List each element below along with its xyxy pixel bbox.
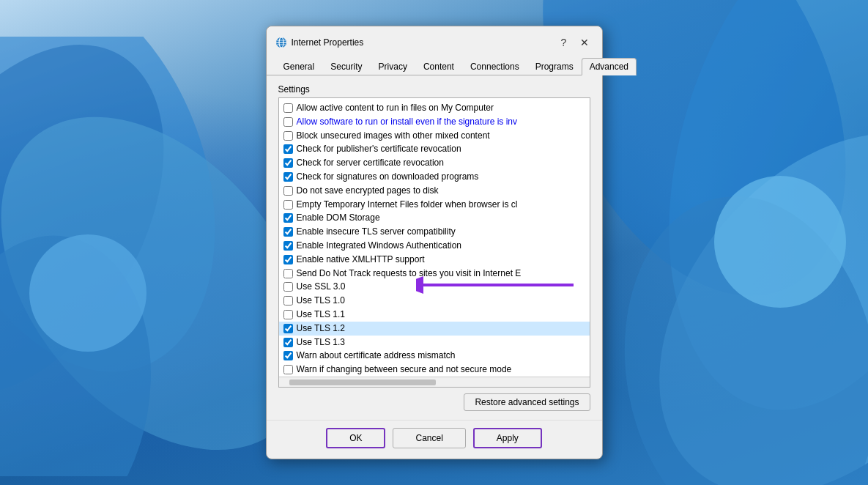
ok-button[interactable]: OK: [326, 428, 385, 448]
settings-group-label: Settings: [278, 84, 590, 95]
setting-item-warn-switching: Warn if changing between secure and not …: [279, 363, 590, 377]
checkbox-check-server[interactable]: [283, 158, 293, 168]
checkbox-use-tls11[interactable]: [283, 310, 293, 319]
restore-advanced-settings-button[interactable]: Restore advanced settings: [464, 393, 590, 411]
setting-text-send-dnt: Send Do Not Track requests to sites you …: [297, 267, 522, 280]
setting-text-enable-insecure-tls: Enable insecure TLS server compatibility: [297, 226, 456, 238]
setting-item-check-publisher: Check for publisher's certificate revoca…: [279, 142, 590, 156]
dialog-title: Internet Properties: [292, 37, 364, 48]
setting-item-use-tls13: Use TLS 1.3: [279, 336, 590, 349]
tab-general[interactable]: General: [275, 58, 323, 75]
setting-text-enable-dom: Enable DOM Storage: [297, 212, 380, 224]
setting-item-use-tls11: Use TLS 1.1: [279, 308, 590, 322]
checkbox-send-dnt[interactable]: [283, 269, 293, 278]
checkbox-block-unsecured[interactable]: [283, 131, 293, 141]
tab-programs[interactable]: Programs: [527, 58, 582, 75]
title-bar: Internet Properties ? ✕: [267, 26, 602, 51]
setting-item-use-tls12: Use TLS 1.2: [279, 322, 590, 336]
help-button[interactable]: ?: [555, 34, 573, 51]
checkbox-enable-dom[interactable]: [283, 213, 293, 223]
setting-text-use-tls12: Use TLS 1.2: [297, 322, 345, 335]
setting-item-warn-cert: Warn about certificate address mismatch: [279, 349, 590, 363]
setting-item-active-content: Allow active content to run in files on …: [279, 101, 590, 115]
apply-button[interactable]: Apply: [473, 428, 542, 448]
setting-text-use-tls1: Use TLS 1.0: [297, 295, 345, 307]
checkbox-use-tls1[interactable]: [283, 296, 293, 306]
dialog-content: Settings Allow active content to run in …: [267, 75, 602, 420]
setting-text-software-run: Allow software to run or install even if…: [297, 116, 517, 128]
checkbox-do-not-save[interactable]: [283, 186, 293, 196]
setting-item-send-dnt: Send Do Not Track requests to sites you …: [279, 267, 590, 281]
setting-text-use-ssl3: Use SSL 3.0: [297, 281, 346, 293]
setting-item-block-unsecured: Block unsecured images with other mixed …: [279, 129, 590, 143]
checkbox-active-content[interactable]: [283, 103, 293, 113]
checkbox-check-signatures[interactable]: [283, 172, 293, 182]
setting-text-check-publisher: Check for publisher's certificate revoca…: [297, 143, 461, 155]
tabs-container: General Security Privacy Content Connect…: [267, 51, 602, 75]
checkbox-enable-integrated[interactable]: [283, 241, 293, 251]
setting-text-active-content: Allow active content to run in files on …: [297, 102, 494, 114]
setting-text-use-tls11: Use TLS 1.1: [297, 308, 345, 321]
restore-area: Restore advanced settings: [278, 393, 590, 411]
tab-security[interactable]: Security: [322, 58, 370, 75]
setting-text-enable-integrated: Enable Integrated Windows Authentication: [297, 240, 461, 252]
setting-item-check-signatures: Check for signatures on downloaded progr…: [279, 170, 590, 184]
setting-text-check-signatures: Check for signatures on downloaded progr…: [297, 171, 479, 183]
settings-group: Allow active content to run in files on …: [278, 97, 590, 388]
setting-item-do-not-save: Do not save encrypted pages to disk: [279, 184, 590, 198]
title-bar-controls: ? ✕: [555, 34, 593, 51]
cancel-button[interactable]: Cancel: [393, 428, 465, 448]
checkbox-warn-switching[interactable]: [283, 365, 293, 374]
setting-item-enable-integrated: Enable Integrated Windows Authentication: [279, 239, 590, 253]
setting-text-enable-native: Enable native XMLHTTP support: [297, 253, 425, 266]
checkbox-use-tls12[interactable]: [283, 324, 293, 333]
setting-text-warn-cert: Warn about certificate address mismatch: [297, 349, 456, 362]
tab-connections[interactable]: Connections: [462, 58, 527, 75]
tab-privacy[interactable]: Privacy: [371, 58, 415, 75]
setting-text-block-unsecured: Block unsecured images with other mixed …: [297, 130, 490, 142]
setting-text-empty-temp: Empty Temporary Internet Files folder wh…: [297, 199, 518, 211]
tab-advanced[interactable]: Advanced: [582, 58, 637, 75]
horizontal-scrollbar[interactable]: [279, 377, 590, 387]
settings-list[interactable]: Allow active content to run in files on …: [279, 98, 590, 377]
setting-text-check-server: Check for server certificate revocation: [297, 157, 444, 169]
checkbox-software-run[interactable]: [283, 117, 293, 127]
setting-item-enable-dom: Enable DOM Storage: [279, 211, 590, 225]
tab-content[interactable]: Content: [415, 58, 462, 75]
internet-properties-dialog: Internet Properties ? ✕ General Security…: [266, 26, 603, 459]
close-button[interactable]: ✕: [576, 34, 593, 51]
setting-item-use-ssl3: Use SSL 3.0: [279, 280, 590, 294]
app-icon: [275, 37, 287, 48]
setting-item-software-run: Allow software to run or install even if…: [279, 115, 590, 129]
title-bar-left: Internet Properties: [275, 37, 364, 48]
setting-text-use-tls13: Use TLS 1.3: [297, 336, 345, 349]
checkbox-check-publisher[interactable]: [283, 144, 293, 154]
checkbox-enable-native[interactable]: [283, 255, 293, 264]
dialog-overlay: Internet Properties ? ✕ General Security…: [0, 0, 868, 485]
setting-item-enable-native: Enable native XMLHTTP support: [279, 253, 590, 267]
setting-item-use-tls1: Use TLS 1.0: [279, 294, 590, 308]
dialog-footer: OK Cancel Apply: [267, 420, 602, 459]
setting-text-do-not-save: Do not save encrypted pages to disk: [297, 185, 439, 197]
setting-item-enable-insecure-tls: Enable insecure TLS server compatibility: [279, 225, 590, 239]
setting-item-check-server: Check for server certificate revocation: [279, 156, 590, 170]
checkbox-empty-temp[interactable]: [283, 200, 293, 210]
checkbox-enable-insecure-tls[interactable]: [283, 227, 293, 237]
setting-item-empty-temp: Empty Temporary Internet Files folder wh…: [279, 198, 590, 212]
checkbox-use-ssl3[interactable]: [283, 282, 293, 292]
checkbox-warn-cert[interactable]: [283, 351, 293, 360]
setting-text-warn-switching: Warn if changing between secure and not …: [297, 363, 512, 376]
checkbox-use-tls13[interactable]: [283, 338, 293, 347]
scrollbar-thumb: [289, 380, 436, 385]
